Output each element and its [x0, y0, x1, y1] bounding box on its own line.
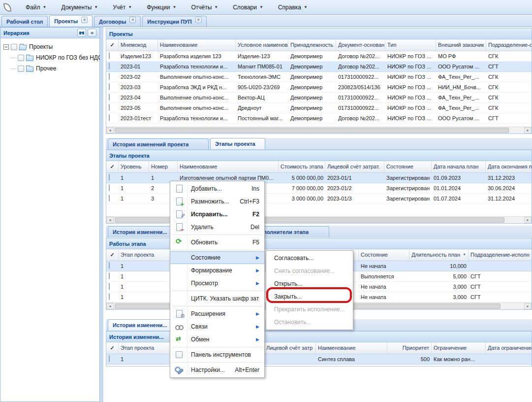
column-header[interactable]: Лицевой счёт затр [264, 342, 316, 354]
row-checkbox[interactable] [109, 184, 110, 191]
row-checkbox[interactable] [109, 293, 110, 300]
scroll-left-button[interactable]: ◄ [106, 303, 114, 309]
row-checkbox[interactable] [109, 52, 110, 59]
close-icon[interactable]: × [195, 17, 202, 23]
column-header[interactable]: Лицевой счёт затрат. [325, 161, 384, 172]
column-header[interactable]: Приоритет [387, 342, 432, 354]
column-header[interactable]: Наименование [158, 39, 236, 51]
scrollbar-thumb[interactable] [115, 128, 509, 133]
table-row[interactable]: 2023-05Выполнение опытно-конс...Дредноут… [106, 103, 532, 113]
menu-item[interactable]: Формирование▶ [170, 264, 264, 277]
column-header[interactable]: Наименование [316, 342, 387, 354]
menu-item[interactable]: Состояние▶ [170, 251, 264, 264]
menu-item[interactable]: Размножить...Ctrl+F3 [170, 195, 264, 208]
row-checkbox[interactable] [109, 73, 110, 80]
row-checkbox[interactable] [109, 174, 110, 181]
column-header[interactable]: Длительность план▼ [409, 249, 469, 261]
menu-item[interactable]: УдалитьDel [170, 221, 264, 234]
tab[interactable]: История изменений проекта [108, 138, 209, 149]
menu-item[interactable]: Связи▶ [170, 320, 264, 333]
menubar-item[interactable]: Файл▼ [22, 2, 50, 13]
row-checkbox[interactable] [109, 355, 110, 362]
menu-item[interactable]: Прекратить исполнение... [266, 303, 353, 316]
column-header[interactable]: Уровень [119, 161, 149, 172]
column-header[interactable]: Наименование [178, 161, 279, 172]
menu-item[interactable]: Настройки...Alt+Enter [170, 364, 264, 376]
scroll-left-button[interactable]: ◄ [106, 127, 114, 134]
menubar-item[interactable]: Отчёты▼ [187, 2, 222, 13]
collapse-node-icon[interactable] [3, 44, 9, 50]
menu-item[interactable]: ЦИТК. Указать шифр затрат... [170, 292, 264, 305]
table-row[interactable]: 2023-01тестРазработка технологии и...Пос… [106, 113, 532, 124]
tab[interactable]: Рабочий стол [1, 16, 48, 27]
menu-item[interactable]: Обмен▶ [170, 333, 264, 346]
row-checkbox[interactable] [109, 283, 110, 290]
column-header[interactable]: Подразделение-исполн [469, 249, 532, 261]
menubar-item[interactable]: Функции▼ [143, 2, 180, 13]
menu-item[interactable]: ОбновитьF5 [170, 236, 264, 249]
table-row[interactable]: Изделие123Разработка изделия 123Изделие-… [106, 51, 532, 62]
column-header[interactable]: Дата окончания п [486, 161, 532, 172]
close-icon[interactable]: × [81, 17, 88, 23]
tree-item[interactable]: Проекты [2, 41, 97, 52]
menu-item[interactable]: Добавить...Ins [170, 182, 264, 195]
column-header[interactable]: Состояние [359, 249, 409, 261]
column-header[interactable]: Этап проекта [119, 249, 178, 261]
menu-item[interactable]: Снять согласование... [266, 265, 353, 277]
tree-checkbox[interactable] [18, 66, 24, 72]
menubar-item[interactable]: Словари▼ [229, 2, 267, 13]
select-all-header[interactable]: ✓ [106, 342, 119, 354]
column-header[interactable]: Мнемокод [119, 39, 158, 51]
scroll-left-button[interactable]: ◄ [106, 217, 114, 223]
table-row[interactable]: 2023-03Разработка ЭКД и РКД н...905-U020… [106, 82, 532, 93]
close-icon[interactable]: × [129, 17, 136, 23]
horizontal-scrollbar[interactable]: ◄ ► [106, 127, 532, 134]
panel-splitter[interactable] [100, 27, 103, 402]
select-all-header[interactable]: ✓ [106, 249, 119, 261]
scroll-right-button[interactable]: ► [524, 217, 532, 223]
column-header[interactable]: Ограничение [432, 342, 486, 354]
column-header[interactable]: Тип [385, 39, 436, 51]
column-header[interactable]: Условное наименова [236, 39, 288, 51]
menubar-item[interactable]: Справка▼ [274, 2, 312, 13]
collapse-panel-button[interactable]: « [88, 29, 96, 37]
menu-item[interactable]: Панель инструментов [170, 348, 264, 361]
row-checkbox[interactable] [109, 262, 110, 269]
tab[interactable]: Договоры× [94, 16, 141, 27]
column-header[interactable]: Подразделение-от [486, 39, 532, 51]
column-header[interactable]: Внешний заказчик [436, 39, 486, 51]
row-checkbox[interactable] [109, 104, 110, 111]
column-header[interactable]: Дата ограничения [486, 342, 532, 354]
select-all-header[interactable]: ✓ [106, 39, 119, 51]
row-checkbox[interactable] [109, 195, 110, 201]
row-checkbox[interactable] [109, 114, 110, 121]
menubar-item[interactable]: Учёт▼ [109, 2, 136, 13]
column-header[interactable]: Принадлежность [288, 39, 336, 51]
column-header[interactable]: Состояние [384, 161, 432, 172]
tab[interactable]: Проекты× [49, 15, 93, 27]
select-all-header[interactable]: ✓ [106, 161, 119, 172]
scroll-right-button[interactable]: ► [524, 303, 532, 309]
tree-checkbox[interactable] [11, 44, 17, 50]
menubar-item[interactable]: Документы▼ [57, 2, 102, 13]
tree-checkbox[interactable] [18, 55, 24, 61]
menu-item[interactable]: Исправить...F2 [170, 208, 264, 221]
menu-item[interactable]: Расширения▶ [170, 307, 264, 320]
menu-item[interactable]: Остановить... [266, 316, 353, 329]
tab[interactable]: Инструкции ПУП× [142, 16, 206, 27]
menu-item[interactable]: Просмотр▶ [170, 277, 264, 290]
column-header[interactable]: Дата начала план [432, 161, 486, 172]
menu-item[interactable]: Согласовать... [266, 252, 353, 265]
column-header[interactable]: Стоимость этапа [279, 161, 325, 172]
table-row[interactable]: 2023-02Выполнение опытно-конс...Технолог… [106, 72, 532, 82]
row-checkbox[interactable] [109, 94, 110, 100]
tree-item[interactable]: НИОКР по ГОЗ без НДС [2, 52, 97, 63]
column-header[interactable]: Документ-основан [336, 39, 385, 51]
row-checkbox[interactable] [109, 63, 110, 69]
scroll-right-button[interactable]: ► [524, 127, 532, 134]
find-button[interactable] [77, 29, 86, 37]
column-header[interactable]: Номер [149, 161, 178, 172]
tab[interactable]: Этапы проекта [210, 138, 265, 149]
table-row[interactable]: 2023-04Выполнение опытно-конс...Вектор-А… [106, 93, 532, 103]
row-checkbox[interactable] [109, 272, 110, 279]
